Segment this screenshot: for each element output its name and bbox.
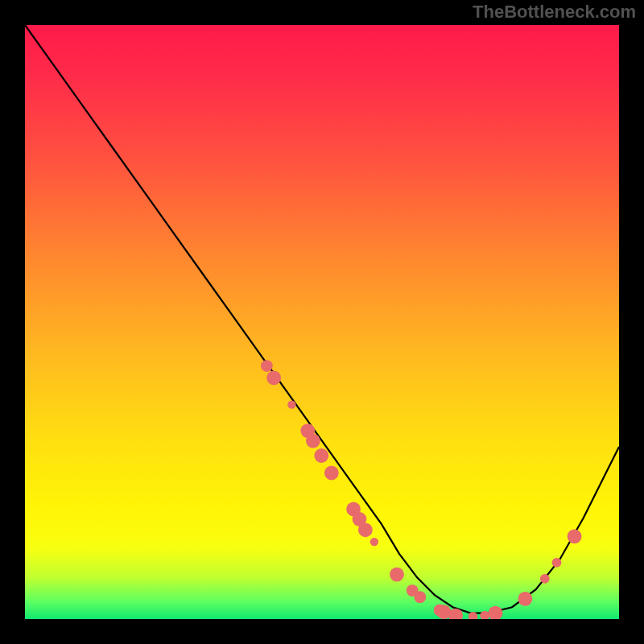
chart-data-point bbox=[414, 591, 426, 603]
chart-scatter-dots bbox=[261, 360, 581, 619]
chart-data-point bbox=[306, 434, 320, 448]
chart-data-point bbox=[370, 538, 378, 546]
chart-data-point bbox=[324, 466, 339, 481]
chart-data-point bbox=[552, 558, 562, 568]
chart-data-point bbox=[568, 530, 582, 544]
chart-data-point bbox=[480, 611, 489, 619]
chart-plot-area bbox=[25, 25, 619, 619]
chart-data-point bbox=[358, 522, 373, 537]
watermark-text: TheBottleneck.com bbox=[473, 2, 636, 23]
chart-data-point bbox=[489, 606, 503, 619]
chart-data-point bbox=[314, 448, 328, 463]
chart-data-point bbox=[261, 360, 273, 372]
chart-data-point bbox=[390, 568, 404, 582]
chart-svg bbox=[25, 25, 619, 619]
chart-data-point bbox=[518, 592, 533, 606]
chart-data-point bbox=[540, 574, 550, 584]
chart-data-point bbox=[287, 400, 295, 408]
chart-curve-line bbox=[25, 25, 619, 613]
chart-data-point bbox=[266, 371, 281, 386]
